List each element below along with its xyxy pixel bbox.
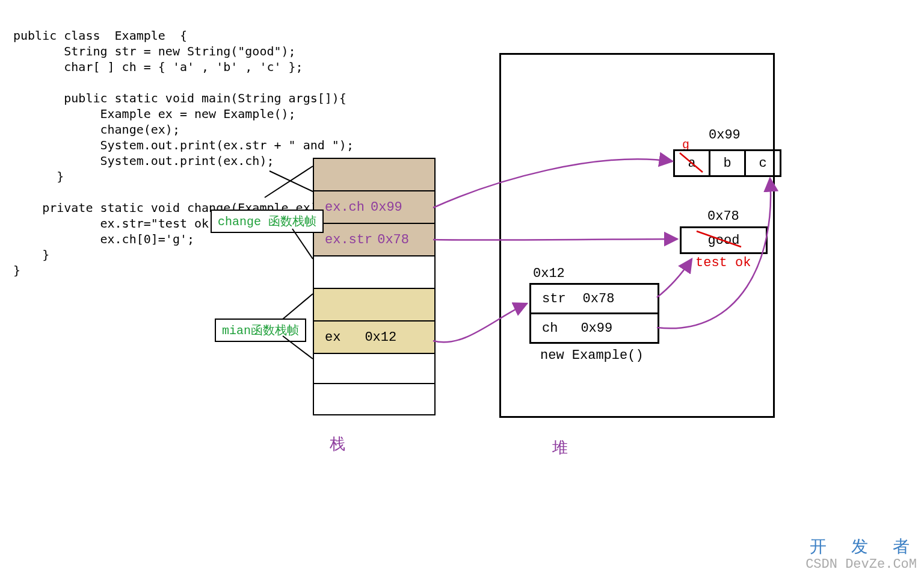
stack-cell-gap (314, 256, 434, 289)
array-cell-0: a (673, 149, 710, 177)
stack-var: ex.ch (325, 200, 365, 215)
obj-label: new Example() (540, 348, 644, 363)
stack-var: ex (325, 330, 340, 345)
string-box: good (680, 226, 768, 254)
obj-row-str: str0x78 (531, 285, 658, 314)
stack-cell-empty-top (314, 159, 434, 191)
char-array: a b c (675, 149, 781, 177)
string-addr-label: 0x78 (707, 209, 739, 224)
stack-cell-ex-ch: ex.ch 0x99 (314, 191, 434, 224)
stack-cell-ex-str: ex.str 0x78 (314, 224, 434, 256)
stack-addr: 0x99 (371, 200, 402, 215)
string-test: test ok (695, 255, 751, 270)
heap-label: 堆 (552, 437, 568, 458)
array-cell-2: c (744, 149, 781, 177)
array-cell-1: b (709, 149, 746, 177)
watermark-2: CSDN DevZe.CoM (805, 558, 917, 572)
stack-box: ex.ch 0x99 ex.str 0x78 ex 0x12 (313, 158, 436, 415)
main-frame-label: mian函数栈帧 (215, 319, 306, 342)
stack-cell-khaki (314, 289, 434, 322)
stack-var: ex.str (325, 232, 372, 247)
stack-addr: 0x12 (365, 330, 396, 345)
obj-addr-label: 0x12 (533, 266, 565, 281)
stack-label: 栈 (330, 434, 345, 455)
code-block: public class Example { String str = new … (13, 28, 354, 278)
change-frame-label: change 函数栈帧 (211, 210, 324, 233)
stack-cell-blank1 (314, 354, 434, 384)
stack-cell-blank2 (314, 384, 434, 414)
array-addr-label: 0x99 (709, 128, 741, 143)
watermark-1: 开 发 者 (805, 539, 917, 558)
obj-row-ch: ch0x99 (531, 314, 658, 342)
example-object: str0x78 ch0x99 (529, 283, 659, 344)
svg-line-3 (283, 294, 313, 319)
stack-addr: 0x78 (377, 232, 409, 247)
watermark: 开 发 者 CSDN DevZe.CoM (805, 539, 917, 572)
stack-cell-ex: ex 0x12 (314, 322, 434, 354)
